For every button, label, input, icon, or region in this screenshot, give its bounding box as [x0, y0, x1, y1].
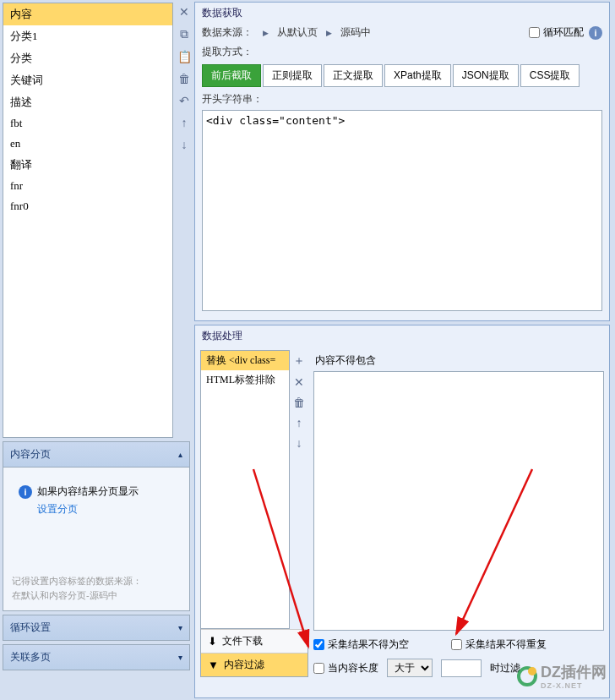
length-value-input[interactable]: [441, 659, 482, 677]
set-paging-link[interactable]: 设置分页: [37, 502, 181, 517]
when-length-checkbox[interactable]: 当内容长度: [313, 661, 378, 675]
exclude-label: 内容不得包含: [315, 353, 604, 368]
panel-title: 循环设置: [10, 621, 51, 635]
process-item[interactable]: HTML标签排除: [201, 370, 289, 390]
loop-settings-header[interactable]: 循环设置 ▾: [3, 615, 190, 641]
download-icon: ⬇: [208, 635, 217, 648]
result-not-empty-input[interactable]: [313, 639, 324, 650]
field-item[interactable]: 描述: [3, 91, 172, 113]
extract-tab[interactable]: JSON提取: [453, 64, 519, 87]
triangle-icon: ▶: [263, 29, 269, 37]
paging-info-text: 如果内容结果分页显示: [37, 484, 139, 499]
field-item[interactable]: fnr: [3, 176, 172, 196]
delete-icon[interactable]: 🗑: [178, 72, 190, 85]
info-icon: i: [19, 485, 32, 499]
add-icon[interactable]: ＋: [293, 353, 305, 369]
result-no-duplicate-checkbox[interactable]: 采集结果不得重复: [451, 637, 547, 652]
tab-file-download[interactable]: ⬇ 文件下载: [201, 629, 308, 653]
section-title: 数据处理: [195, 325, 609, 345]
field-item[interactable]: 关键词: [3, 69, 172, 91]
crumb-source-code[interactable]: 源码中: [340, 25, 371, 40]
paste-icon[interactable]: 📋: [177, 50, 192, 63]
help-icon[interactable]: i: [589, 26, 602, 40]
triangle-icon: ▶: [326, 29, 332, 37]
section-title: 数据获取: [195, 3, 609, 22]
extract-tab[interactable]: XPath提取: [384, 64, 451, 87]
when-length-input[interactable]: [313, 663, 324, 674]
extract-tab[interactable]: 前后截取: [202, 64, 261, 87]
copy-icon[interactable]: ⧉: [180, 27, 188, 41]
data-extract-section: 数据获取 数据来源： ▶ 从默认页 ▶ 源码中 循环匹配 i 提取方式：: [194, 2, 610, 321]
field-toolbar: ✕ ⧉ 📋 🗑 ↶ ↑ ↓: [176, 0, 193, 438]
exclude-textarea[interactable]: [313, 371, 604, 631]
content-paging-body: i 如果内容结果分页显示 设置分页 记得设置内容标签的数据来源： 在默认和内容分…: [3, 468, 190, 611]
close-icon[interactable]: ✕: [179, 5, 189, 19]
data-process-section: 数据处理 替换 <div class=HTML标签排除 ＋ ✕ 🗑 ↑ ↓: [194, 325, 610, 698]
field-item[interactable]: 内容: [3, 3, 172, 25]
chevron-down-icon: ▾: [178, 653, 182, 662]
delete-icon[interactable]: 🗑: [293, 396, 305, 409]
paging-hint: 记得设置内容标签的数据来源： 在默认和内容分页-源码中: [12, 574, 181, 602]
field-item[interactable]: 分类1: [3, 25, 172, 47]
extract-tab[interactable]: CSS提取: [520, 64, 580, 87]
start-string-input[interactable]: [202, 110, 602, 311]
field-item[interactable]: fnr0: [3, 196, 172, 216]
loop-match-checkbox[interactable]: 循环匹配: [529, 25, 584, 40]
extract-method-label: 提取方式：: [202, 45, 253, 59]
field-item[interactable]: en: [3, 134, 172, 154]
compare-select[interactable]: 大于: [387, 659, 433, 677]
process-list[interactable]: 替换 <div class=HTML标签排除: [200, 350, 290, 629]
field-list[interactable]: 内容分类1分类关键词描述fbten翻译fnrfnr0: [3, 3, 173, 438]
close-icon[interactable]: ✕: [294, 375, 304, 389]
crumb-default-page[interactable]: 从默认页: [277, 25, 318, 40]
move-down-icon[interactable]: ↓: [182, 138, 188, 151]
loop-match-input[interactable]: [529, 27, 540, 38]
start-string-label: 开头字符串：: [202, 92, 602, 107]
field-item[interactable]: 分类: [3, 47, 172, 69]
panel-title: 内容分页: [10, 447, 51, 462]
related-pages-header[interactable]: 关联多页 ▾: [3, 644, 190, 670]
content-paging-header[interactable]: 内容分页 ▴: [3, 441, 190, 468]
field-item[interactable]: 翻译: [3, 154, 172, 176]
when-filter-label: 时过滤: [490, 661, 520, 675]
move-down-icon[interactable]: ↓: [297, 436, 302, 450]
undo-icon[interactable]: ↶: [179, 94, 189, 107]
filter-icon: ▼: [208, 659, 219, 671]
move-up-icon[interactable]: ↑: [297, 416, 302, 429]
result-no-duplicate-input[interactable]: [451, 639, 462, 650]
process-toolbar: ＋ ✕ 🗑 ↑ ↓: [290, 350, 308, 629]
result-not-empty-checkbox[interactable]: 采集结果不得为空: [313, 637, 409, 652]
panel-title: 关联多页: [10, 650, 51, 664]
chevron-up-icon: ▴: [178, 450, 182, 459]
field-item[interactable]: fbt: [3, 113, 172, 134]
process-item[interactable]: 替换 <div class=: [201, 351, 289, 370]
extract-tab[interactable]: 正文提取: [324, 64, 383, 87]
extract-tab[interactable]: 正则提取: [263, 64, 322, 87]
chevron-down-icon: ▾: [178, 623, 182, 632]
move-up-icon[interactable]: ↑: [182, 116, 188, 129]
source-label: 数据来源：: [202, 25, 253, 40]
tab-content-filter[interactable]: ▼ 内容过滤: [201, 653, 308, 676]
